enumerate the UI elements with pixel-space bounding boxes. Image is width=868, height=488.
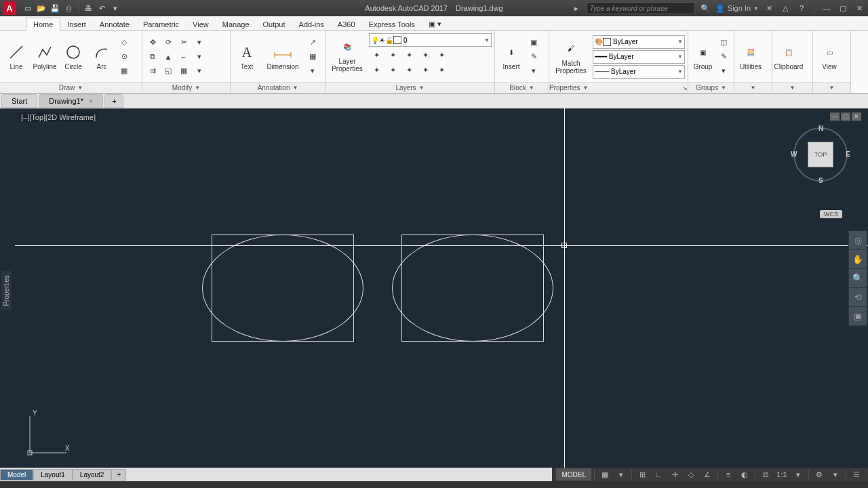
layout-tab-model[interactable]: Model bbox=[0, 469, 33, 481]
polyline-button[interactable]: Polyline bbox=[31, 43, 58, 70]
open-icon[interactable]: 📂 bbox=[35, 2, 47, 14]
nav-pan-icon[interactable]: ✋ bbox=[849, 250, 867, 269]
layer-tool-1[interactable]: ✦ bbox=[369, 48, 384, 62]
file-tab-start[interactable]: Start bbox=[1, 94, 37, 108]
drawing-area[interactable]: Properties [–][Top][2D Wireframe] — ▢ ✕ … bbox=[0, 108, 868, 468]
scale-icon[interactable]: ◱ bbox=[161, 64, 176, 78]
panel-properties-title[interactable]: Properties▼↘ bbox=[549, 82, 688, 93]
customize-icon[interactable]: ☰ bbox=[849, 468, 864, 481]
grid-toggle-icon[interactable]: ▦ bbox=[597, 468, 612, 481]
layer-tool-7[interactable]: ✦ bbox=[385, 63, 400, 77]
viewcube[interactable]: TOP N S E W bbox=[793, 127, 848, 182]
ellipse-2[interactable] bbox=[392, 235, 553, 342]
group-edit-icon[interactable]: ✎ bbox=[716, 50, 731, 64]
search-input[interactable]: Type a keyword or phrase bbox=[587, 2, 695, 14]
tab-parametric[interactable]: Parametric bbox=[136, 18, 186, 30]
draw-flyout-1[interactable]: ◇ bbox=[117, 36, 132, 49]
layer-properties-button[interactable]: 📚 Layer Properties bbox=[328, 37, 366, 73]
arc-button[interactable]: Arc bbox=[88, 43, 115, 70]
panel-layers-title[interactable]: Layers▼ bbox=[326, 82, 494, 93]
group-dd[interactable]: ▾ bbox=[716, 64, 731, 78]
viewcube-west[interactable]: W bbox=[791, 150, 797, 158]
layer-tool-10[interactable]: ✦ bbox=[434, 63, 449, 77]
nav-wheel-icon[interactable]: ◎ bbox=[849, 231, 867, 250]
scale-dd[interactable]: ▾ bbox=[791, 468, 806, 481]
create-block-icon[interactable]: ▣ bbox=[526, 36, 541, 49]
redo-icon[interactable]: ▾ bbox=[109, 2, 121, 14]
workspace-dd[interactable]: ▾ bbox=[828, 468, 843, 481]
panel-annotation-title[interactable]: Annotation▼ bbox=[231, 82, 325, 93]
layer-tool-9[interactable]: ✦ bbox=[418, 63, 433, 77]
tab-output[interactable]: Output bbox=[256, 18, 292, 30]
osnap-toggle-icon[interactable]: ◇ bbox=[684, 468, 698, 481]
layer-tool-5[interactable]: ✦ bbox=[434, 48, 449, 62]
nav-zoom-icon[interactable]: 🔍 bbox=[849, 269, 867, 288]
panel-utilities-title[interactable]: ▼ bbox=[734, 82, 772, 93]
lineweight-toggle-icon[interactable]: ≡ bbox=[721, 468, 736, 481]
panel-groups-title[interactable]: Groups▼ bbox=[688, 82, 734, 93]
ann-dd[interactable]: ▾ bbox=[305, 64, 320, 78]
tab-view[interactable]: View bbox=[186, 18, 216, 30]
layer-tool-6[interactable]: ✦ bbox=[369, 63, 384, 77]
panel-view-title[interactable]: ▼ bbox=[813, 82, 850, 93]
panel-modify-title[interactable]: Modify▼ bbox=[142, 82, 230, 93]
viewcube-east[interactable]: E bbox=[846, 150, 850, 158]
mirror-icon[interactable]: ▲ bbox=[161, 50, 176, 64]
layer-tool-2[interactable]: ✦ bbox=[385, 48, 400, 62]
match-properties-button[interactable]: 🖌 Match Properties bbox=[552, 39, 590, 75]
leader-icon[interactable]: ↗ bbox=[305, 36, 320, 49]
circle-button[interactable]: Circle bbox=[60, 43, 87, 70]
panel-block-title[interactable]: Block▼ bbox=[495, 82, 549, 93]
view-button[interactable]: ▭View bbox=[816, 43, 843, 70]
edit-block-icon[interactable]: ✎ bbox=[526, 50, 541, 64]
insert-button[interactable]: ⬇Insert bbox=[498, 43, 525, 70]
save-icon[interactable]: 💾 bbox=[49, 2, 61, 14]
minimize-button[interactable]: — bbox=[821, 2, 833, 14]
color-combo[interactable]: 🎨ByLayer▼ bbox=[593, 35, 685, 49]
tab-manage[interactable]: Manage bbox=[216, 18, 256, 30]
close-tab-icon[interactable]: × bbox=[89, 97, 93, 105]
wcs-button[interactable]: WCS bbox=[820, 210, 842, 218]
panel-draw-title[interactable]: Draw▼ bbox=[0, 82, 142, 93]
new-icon[interactable]: ▭ bbox=[22, 2, 34, 14]
modify-dd3[interactable]: ▾ bbox=[192, 64, 207, 78]
close-button[interactable]: ✕ bbox=[853, 2, 865, 14]
qat-arrow-icon[interactable]: ▸ bbox=[570, 2, 583, 14]
fillet-icon[interactable]: ⌐ bbox=[176, 50, 191, 64]
viewcube-face[interactable]: TOP bbox=[808, 142, 833, 167]
annoscale-icon[interactable]: ⚖ bbox=[758, 468, 773, 481]
stretch-icon[interactable]: ⇉ bbox=[145, 64, 160, 78]
rotate-icon[interactable]: ⟳ bbox=[161, 36, 176, 49]
linetype-combo[interactable]: ─── ByLayer▼ bbox=[593, 65, 685, 79]
scale-readout[interactable]: 1:1 bbox=[774, 468, 789, 481]
a360-icon[interactable]: △ bbox=[779, 2, 791, 14]
trim-icon[interactable]: ✂ bbox=[176, 36, 191, 49]
viewcube-south[interactable]: S bbox=[818, 177, 823, 184]
lineweight-combo[interactable]: ━━━ ByLayer▼ bbox=[593, 50, 685, 64]
ortho-toggle-icon[interactable]: ∟ bbox=[651, 468, 666, 481]
vp-max-icon[interactable]: ▢ bbox=[841, 113, 850, 121]
utilities-button[interactable]: 🧮Utilities bbox=[737, 43, 764, 70]
panel-clipboard-title[interactable]: ▼ bbox=[772, 82, 812, 93]
help-icon[interactable]: ? bbox=[795, 2, 808, 14]
layer-tool-8[interactable]: ✦ bbox=[401, 63, 416, 77]
layout-tab-layout1[interactable]: Layout1 bbox=[33, 469, 73, 481]
layer-tool-3[interactable]: ✦ bbox=[401, 48, 416, 62]
maximize-button[interactable]: ▢ bbox=[837, 2, 849, 14]
block-dd[interactable]: ▾ bbox=[526, 64, 541, 78]
app-logo[interactable]: A bbox=[3, 1, 16, 15]
draw-flyout-2[interactable]: ⊙ bbox=[117, 50, 132, 64]
tab-featured[interactable]: ▣ ▾ bbox=[422, 18, 448, 30]
layout-tab-layout2[interactable]: Layout2 bbox=[73, 469, 112, 481]
copy-icon[interactable]: ⧉ bbox=[145, 50, 160, 64]
move-icon[interactable]: ✥ bbox=[145, 36, 160, 49]
tab-insert[interactable]: Insert bbox=[60, 18, 93, 30]
modelspace-toggle[interactable]: MODEL bbox=[556, 468, 591, 481]
table-icon[interactable]: ▦ bbox=[305, 50, 320, 64]
array-icon[interactable]: ▦ bbox=[176, 64, 191, 78]
line-button[interactable]: Line bbox=[3, 43, 30, 70]
grid-dd[interactable]: ▾ bbox=[614, 468, 629, 481]
file-tab-drawing[interactable]: Drawing1*× bbox=[39, 94, 103, 108]
nav-showmotion-icon[interactable]: ▣ bbox=[849, 307, 867, 326]
clipboard-button[interactable]: 📋Clipboard bbox=[775, 43, 802, 70]
